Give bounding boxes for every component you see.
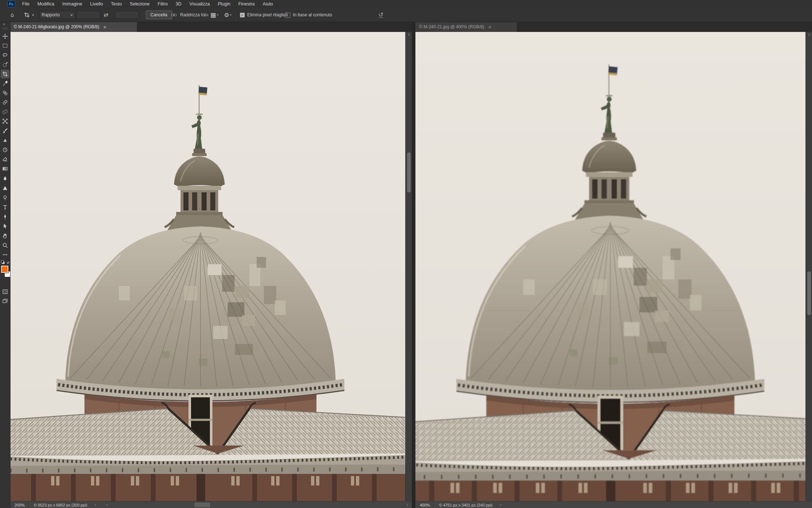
cursor-arrow-icon — [2, 223, 8, 229]
type-tool[interactable] — [1, 203, 9, 212]
scroll-up-icon[interactable]: ∧ — [806, 33, 812, 36]
left-vertical-scrollbar[interactable]: ∧ — [405, 32, 412, 501]
crop-options-bar: ⌂ ∨ Rapporto ∨ ⇄ Cancella Raddrizza foto… — [0, 8, 812, 22]
menu-plugin[interactable]: Plugin — [214, 0, 235, 8]
delete-cropped-pixels-label: Elimina pixel ritagliati — [247, 12, 288, 17]
crop-settings-button[interactable]: ⚙ ∨ — [224, 8, 232, 22]
gradient-icon — [2, 166, 8, 172]
swap-arrows-icon: ⇄ — [104, 12, 108, 18]
sharpen-tool[interactable] — [1, 184, 9, 192]
left-horizontal-scroll-thumb[interactable] — [194, 503, 210, 507]
left-zoom-level-field[interactable]: 200% — [10, 501, 29, 508]
menu-3d[interactable]: 3D — [172, 0, 186, 8]
left-document-canvas[interactable] — [10, 32, 405, 501]
swap-dimensions-button[interactable]: ⇄ — [104, 8, 108, 22]
status-popup-chevron[interactable]: › — [91, 503, 100, 507]
home-button[interactable]: ⌂ — [11, 8, 14, 22]
eraser-tool[interactable] — [1, 155, 9, 163]
content-aware-checkbox[interactable]: In base al contenuto — [285, 8, 332, 22]
lasso-icon — [2, 52, 8, 58]
overlay-options-button[interactable]: ▦ ∨ — [210, 8, 219, 22]
pane-divider[interactable] — [412, 22, 415, 508]
healing-brush-tool[interactable] — [1, 98, 9, 107]
close-icon[interactable]: × — [103, 24, 107, 30]
photoshop-logo[interactable]: Ps — [7, 1, 15, 7]
right-document-canvas[interactable] — [415, 32, 805, 501]
menu-selezione[interactable]: Selezione — [126, 0, 154, 8]
default-colors-button[interactable]: ⇄ — [1, 260, 9, 266]
menu-immagine[interactable]: Immagine — [58, 0, 86, 8]
toolbar-grip[interactable] — [3, 28, 8, 29]
clone-stamp-icon — [2, 138, 8, 143]
crop-width-field[interactable] — [76, 8, 100, 22]
screen-mode-button[interactable] — [1, 297, 9, 306]
magnifier-icon — [2, 242, 8, 248]
menu-finestra[interactable]: Finestra — [234, 0, 258, 8]
right-zoom-level-field[interactable]: 400% — [415, 501, 434, 508]
left-vertical-scroll-thumb[interactable] — [407, 152, 411, 192]
grid-overlay-icon: ▦ — [210, 11, 216, 19]
dodge-tool[interactable] — [1, 193, 9, 202]
straighten-level-icon — [171, 12, 177, 18]
menu-file[interactable]: File — [18, 0, 33, 8]
menu-filtro[interactable]: Filtro — [154, 0, 172, 8]
eyedropper-tool[interactable] — [1, 79, 9, 88]
object-selection-tool[interactable] — [1, 60, 9, 69]
reset-icon: ↺ — [378, 12, 383, 18]
hand-tool[interactable] — [1, 232, 9, 240]
move-tool[interactable] — [1, 32, 9, 41]
crop-tool-selected[interactable] — [1, 70, 9, 78]
chevron-down-icon: ∨ — [229, 13, 232, 16]
crop-icon — [24, 12, 30, 18]
gear-icon: ⚙ — [224, 12, 229, 19]
document-tab-title: © M-240-21-Migliorato.jpg @ 200% (RGB/8) — [14, 24, 99, 29]
document-tab-original[interactable]: © M-240-21.jpg @ 400% (RGB/8) × — [415, 22, 517, 32]
menu-aiuto[interactable]: Aiuto — [259, 0, 277, 8]
expand-toolbar-button[interactable]: » — [3, 22, 5, 26]
gradient-tool[interactable] — [1, 164, 9, 173]
scroll-right-icon[interactable]: › — [403, 503, 412, 507]
document-tab-migliorato[interactable]: © M-240-21-Migliorato.jpg @ 200% (RGB/8)… — [10, 22, 137, 32]
chevron-down-icon: ∨ — [32, 13, 35, 17]
rectangular-marquee-tool[interactable] — [1, 41, 9, 50]
foreground-color-swatch[interactable] — [1, 266, 8, 273]
ratio-select[interactable]: Rapporto ∨ — [39, 8, 75, 22]
pen-tool[interactable] — [1, 212, 9, 221]
edit-toolbar-button[interactable] — [1, 250, 9, 259]
patch-tool[interactable] — [1, 107, 9, 116]
quick-mask-button[interactable] — [1, 287, 9, 296]
clone-stamp-tool[interactable] — [1, 136, 9, 145]
menu-testo[interactable]: Testo — [107, 0, 126, 8]
crop-height-field[interactable] — [115, 8, 139, 22]
menu-modifica[interactable]: Modifica — [33, 0, 58, 8]
screen-mode-icon — [2, 298, 8, 304]
lasso-tool[interactable] — [1, 51, 9, 60]
blur-tool[interactable] — [1, 174, 9, 183]
zoom-tool[interactable] — [1, 241, 9, 250]
brush-tool[interactable] — [1, 126, 9, 135]
pen-icon — [2, 214, 8, 220]
menu-livello[interactable]: Livello — [86, 0, 107, 8]
brush-icon — [2, 128, 8, 134]
spot-healing-brush-tool[interactable] — [1, 89, 9, 97]
content-aware-move-tool[interactable] — [1, 117, 9, 126]
straighten-button[interactable]: Raddrizza foto — [171, 8, 208, 22]
close-icon[interactable]: × — [488, 24, 492, 30]
left-horizontal-scrollbar[interactable] — [112, 501, 403, 508]
status-popup-chevron[interactable]: › — [496, 503, 505, 507]
left-status-bar: 200% © 9523 px x 6802 px (300 ppi) › ‹ › — [10, 501, 412, 508]
right-vertical-scroll-thumb[interactable] — [807, 271, 811, 315]
clear-button[interactable]: Cancella — [146, 8, 172, 22]
scroll-up-icon[interactable]: ∧ — [406, 33, 412, 36]
home-icon: ⌂ — [11, 12, 14, 18]
crop-tool-preset[interactable]: ∨ — [24, 8, 34, 22]
water-drop-icon — [2, 176, 8, 181]
menu-visualizza[interactable]: Visualizza — [186, 0, 214, 8]
history-brush-tool[interactable] — [1, 146, 9, 154]
reset-tool-button[interactable]: ↺ — [378, 8, 383, 22]
scroll-left-icon[interactable]: ‹ — [100, 503, 111, 507]
path-selection-tool[interactable] — [1, 222, 9, 230]
delete-cropped-pixels-checkbox[interactable]: ✓ Elimina pixel ritagliati — [240, 8, 288, 22]
healing-brush-icon — [2, 99, 8, 105]
right-vertical-scrollbar[interactable]: ∧ — [805, 32, 812, 501]
